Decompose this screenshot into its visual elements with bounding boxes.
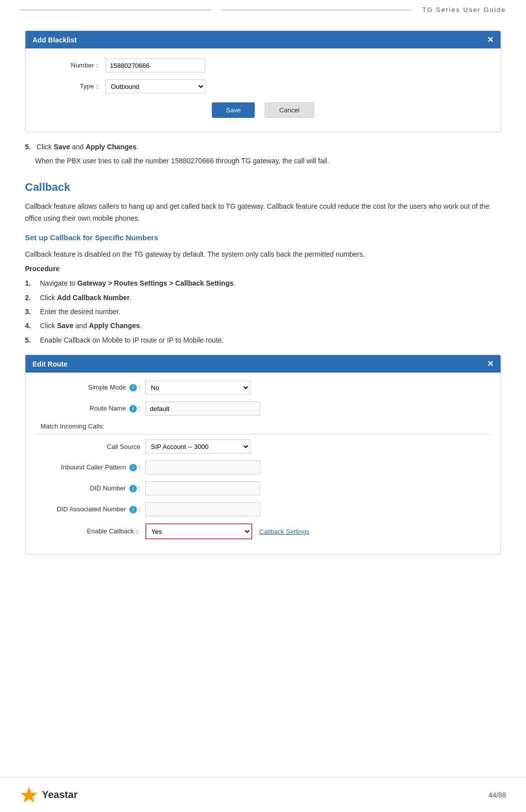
step5-text: 5. Click Save and Apply Changes. xyxy=(25,141,501,152)
enable-callback-select-wrap: Yes No xyxy=(145,523,252,539)
procedure-list: 1. Navigate to Gateway > Routes Settings… xyxy=(25,278,501,346)
simple-mode-row: Simple Mode i : No Yes xyxy=(35,381,491,395)
edit-route-header: Edit Route ✕ xyxy=(25,355,501,373)
footer: Yeastar 44/88 xyxy=(0,777,526,812)
inbound-caller-label: Inbound Caller Pattern i : xyxy=(35,463,140,471)
setup-callback-heading: Set up Callback for Specific Numbers xyxy=(25,233,501,242)
er-divider xyxy=(35,434,491,434)
add-blacklist-title: Add Blacklist xyxy=(32,36,77,44)
yeastar-logo-icon xyxy=(20,786,38,804)
procedure-step-2: 2. Click Add Callback Number. xyxy=(25,292,501,303)
step-content-4: Click Save and Apply Changes. xyxy=(40,320,501,331)
number-label: Number： xyxy=(40,61,100,70)
add-blacklist-body: Number： Type： Outbound Inbound Save Canc… xyxy=(25,48,501,132)
edit-route-title: Edit Route xyxy=(32,360,67,368)
step5-save-bold: Save xyxy=(54,143,70,151)
edit-route-close[interactable]: ✕ xyxy=(487,359,494,369)
step-content-3: Enter the desired number. xyxy=(40,306,501,317)
call-source-row: Call Source SIP Account -- 3000 xyxy=(35,439,491,453)
step-num-1: 1. xyxy=(25,278,40,289)
header-bar: TG Series User Guide xyxy=(0,0,526,13)
add-blacklist-dialog: Add Blacklist ✕ Number： Type： Outbound I… xyxy=(25,30,501,132)
procedure-heading: Procedure xyxy=(25,265,501,273)
step-num-5: 5. xyxy=(25,335,40,346)
simple-mode-label: Simple Mode i : xyxy=(35,384,140,392)
call-source-select[interactable]: SIP Account -- 3000 xyxy=(145,439,250,453)
simple-mode-select[interactable]: No Yes xyxy=(145,381,250,395)
procedure-step-5: 5. Enable Callback on Mobile to IP route… xyxy=(25,335,501,346)
footer-logo: Yeastar xyxy=(20,786,77,804)
step4-apply-bold: Apply Changes xyxy=(89,322,140,330)
did-assoc-row: DID Associated Number i : xyxy=(35,502,491,516)
did-number-label: DID Number i : xyxy=(35,484,140,492)
cancel-button[interactable]: Cancel xyxy=(265,102,314,118)
edit-route-dialog: Edit Route ✕ Simple Mode i : No Yes Rout… xyxy=(25,355,501,555)
inbound-caller-input[interactable] xyxy=(145,460,260,474)
simple-mode-info-icon[interactable]: i xyxy=(129,384,137,392)
footer-page: 44/88 xyxy=(489,791,506,799)
add-blacklist-close[interactable]: ✕ xyxy=(487,35,494,44)
type-label: Type： xyxy=(40,82,100,91)
route-name-label: Route Name i : xyxy=(35,405,140,412)
main-content: Add Blacklist ✕ Number： Type： Outbound I… xyxy=(0,16,526,604)
number-input[interactable] xyxy=(105,58,205,72)
type-row: Type： Outbound Inbound xyxy=(40,79,486,93)
add-blacklist-header: Add Blacklist ✕ xyxy=(25,31,501,48)
svg-marker-0 xyxy=(20,787,37,803)
step5-apply-bold: Apply Changes xyxy=(85,143,136,151)
step-content-1: Navigate to Gateway > Routes Settings > … xyxy=(40,278,501,289)
enable-callback-select[interactable]: Yes No xyxy=(146,524,251,538)
step4-save-bold: Save xyxy=(57,322,73,330)
inbound-caller-info-icon[interactable]: i xyxy=(129,464,137,471)
did-number-input[interactable] xyxy=(145,481,260,495)
callback-settings-link[interactable]: Callback Settings xyxy=(259,528,309,535)
type-select[interactable]: Outbound Inbound xyxy=(105,79,205,93)
did-number-row: DID Number i : xyxy=(35,481,491,495)
step2-bold: Add Callback Number xyxy=(57,294,129,302)
did-assoc-info-icon[interactable]: i xyxy=(129,506,137,513)
header-line-left xyxy=(20,9,211,10)
route-name-row: Route Name i : xyxy=(35,402,491,415)
step-content-5: Enable Callback on Mobile to IP route or… xyxy=(40,335,501,346)
inbound-caller-row: Inbound Caller Pattern i : xyxy=(35,460,491,474)
header-title: TG Series User Guide xyxy=(417,6,511,13)
did-number-info-icon[interactable]: i xyxy=(129,485,137,492)
footer-logo-text: Yeastar xyxy=(42,789,77,801)
procedure-step-3: 3. Enter the desired number. xyxy=(25,306,501,317)
step5-num: 5. xyxy=(25,143,31,151)
callback-desc: Callback feature allows callers to hang … xyxy=(25,201,501,225)
step5-indent: When the PBX user tries to call the numb… xyxy=(35,155,501,166)
step-content-2: Click Add Callback Number. xyxy=(40,292,501,303)
enable-callback-row: Enable Callback： Yes No Callback Setting… xyxy=(35,523,491,539)
procedure-step-1: 1. Navigate to Gateway > Routes Settings… xyxy=(25,278,501,289)
number-row: Number： xyxy=(40,58,486,72)
dialog-buttons: Save Cancel xyxy=(40,102,486,118)
enable-callback-label: Enable Callback： xyxy=(35,527,140,536)
did-assoc-input[interactable] xyxy=(145,502,260,516)
call-source-label: Call Source xyxy=(35,443,140,450)
step-num-2: 2. xyxy=(25,292,40,303)
route-name-info-icon[interactable]: i xyxy=(129,405,137,412)
did-assoc-label: DID Associated Number i : xyxy=(35,505,140,513)
setup-callback-desc: Callback feature is disabled on the TG g… xyxy=(25,249,501,261)
save-button[interactable]: Save xyxy=(212,102,255,118)
step-num-3: 3. xyxy=(25,306,40,317)
match-incoming-label: Match Incoming Calls: xyxy=(40,422,491,430)
step1-bold: Gateway > Routes Settings > Callback Set… xyxy=(77,279,234,287)
callback-heading: Callback xyxy=(25,181,501,194)
step-num-4: 4. xyxy=(25,320,40,331)
procedure-step-4: 4. Click Save and Apply Changes. xyxy=(25,320,501,331)
header-line-center xyxy=(221,9,413,10)
route-name-input[interactable] xyxy=(145,402,260,415)
edit-route-body: Simple Mode i : No Yes Route Name i : Ma… xyxy=(25,373,501,554)
